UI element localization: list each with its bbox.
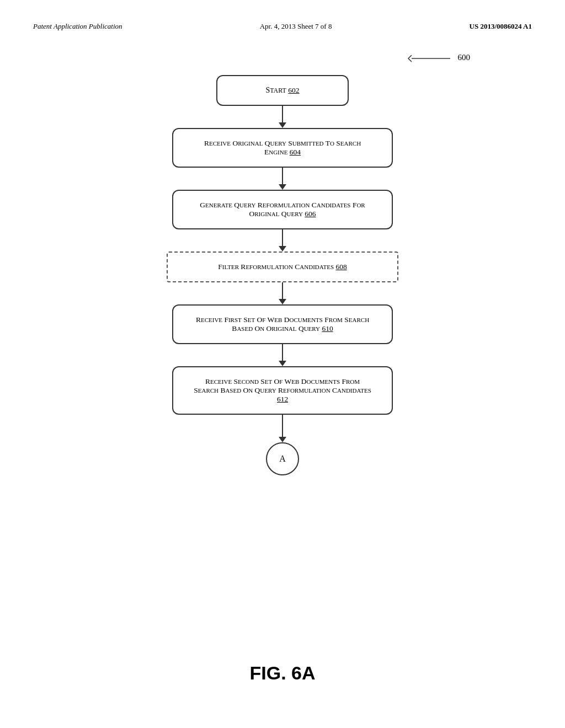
step-612-number: 612 bbox=[277, 395, 288, 403]
fig-caption: FIG. 6A bbox=[249, 662, 315, 684]
connector-a: A bbox=[266, 442, 299, 475]
step-610-box: RECEIVE FIRST SET OF WEB DOCUMENTS FROM … bbox=[172, 304, 393, 344]
arrow-head-2 bbox=[279, 184, 286, 190]
arrow-3 bbox=[279, 229, 286, 251]
arrow-5 bbox=[279, 344, 286, 366]
header-date-sheet: Apr. 4, 2013 Sheet 7 of 8 bbox=[260, 22, 332, 31]
diagram-area: 600 START 602 RECEIVE ORIGINAL QUERY SUB… bbox=[33, 47, 532, 475]
arrow-head-4 bbox=[279, 299, 286, 304]
step-608-number: 608 bbox=[335, 263, 347, 271]
connector-a-label: A bbox=[279, 454, 286, 464]
arrow-line-3 bbox=[282, 229, 283, 246]
step-604-box: RECEIVE ORIGINAL QUERY SUBMITTED TO SEAR… bbox=[172, 128, 393, 168]
arrow-head bbox=[279, 122, 286, 128]
step-612-box: RECEIVE SECOND SET OF WEB DOCUMENTS FROM… bbox=[172, 366, 393, 415]
step-608-text: FILTER REFORMULATION CANDIDATES bbox=[218, 263, 335, 271]
arrow-head-6 bbox=[279, 437, 286, 442]
start-number: 602 bbox=[288, 86, 299, 94]
header-patent-number: US 2013/0086024 A1 bbox=[470, 22, 532, 31]
step-606-text: GENERATE QUERY REFORMULATION CANDIDATES … bbox=[200, 201, 365, 218]
page-header: Patent Application Publication Apr. 4, 2… bbox=[33, 22, 532, 31]
arrow-line-4 bbox=[282, 282, 283, 299]
arrow-line-6 bbox=[282, 415, 283, 437]
arrow-1 bbox=[279, 106, 286, 128]
arrow-2 bbox=[279, 168, 286, 190]
page: Patent Application Publication Apr. 4, 2… bbox=[0, 0, 565, 728]
arrow-6 bbox=[279, 415, 286, 442]
step-606-number: 606 bbox=[305, 210, 316, 218]
figure-600-label: 600 bbox=[406, 47, 471, 64]
step-604-number: 604 bbox=[290, 148, 301, 156]
arrow-head-5 bbox=[279, 361, 286, 366]
arrow-head-3 bbox=[279, 246, 286, 251]
step-604-text: RECEIVE ORIGINAL QUERY SUBMITTED TO SEAR… bbox=[204, 139, 361, 156]
flowchart: START 602 RECEIVE ORIGINAL QUERY SUBMITT… bbox=[89, 64, 476, 475]
start-box: START 602 bbox=[216, 75, 349, 106]
step-606-box: GENERATE QUERY REFORMULATION CANDIDATES … bbox=[172, 190, 393, 229]
step-610-text: RECEIVE FIRST SET OF WEB DOCUMENTS FROM … bbox=[196, 315, 369, 333]
header-publication-label: Patent Application Publication bbox=[33, 22, 122, 31]
arrow-line-2 bbox=[282, 168, 283, 184]
step-610-number: 610 bbox=[322, 324, 333, 333]
arrow-4 bbox=[279, 282, 286, 304]
step-612-text: RECEIVE SECOND SET OF WEB DOCUMENTS FROM… bbox=[194, 377, 371, 394]
step-608-box: FILTER REFORMULATION CANDIDATES 608 bbox=[167, 251, 398, 282]
arrow-line bbox=[282, 106, 283, 122]
start-label: START bbox=[265, 86, 288, 94]
arrow-line-5 bbox=[282, 344, 283, 361]
